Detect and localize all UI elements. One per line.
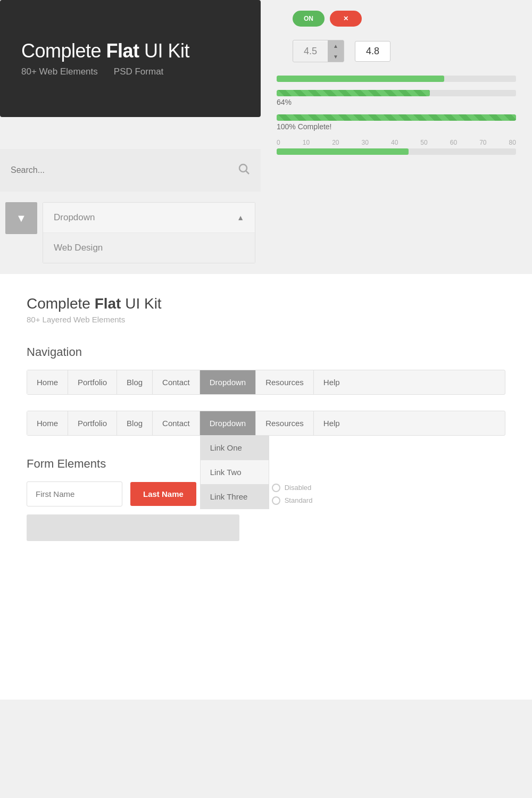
search-bar[interactable] xyxy=(0,149,261,192)
hero-right: ON ✕ 4.5 ▲ ▼ 4.8 64% xyxy=(261,0,532,274)
progress-track-2 xyxy=(277,90,516,96)
nav-bar-2-wrapper: Home Portfolio Blog Contact Dropdown Lin… xyxy=(27,411,505,436)
progress-fill-3 xyxy=(277,114,516,121)
last-name-button[interactable]: Last Name xyxy=(130,482,196,506)
spinner-1-controls: ▲ ▼ xyxy=(328,40,344,62)
nav-bar-1: Home Portfolio Blog Contact Dropdown Res… xyxy=(27,370,505,395)
progress-fill-2 xyxy=(277,90,430,96)
grey-strip xyxy=(0,117,261,149)
scale-labels: 0 10 20 30 40 50 60 70 80 xyxy=(277,139,516,146)
spinner-1-value: 4.5 xyxy=(293,41,328,61)
form-bottom-strip xyxy=(27,514,239,541)
nav-dropdown-wrapper[interactable]: Dropdown Link One Link Two Link Three xyxy=(200,411,256,435)
nav-item-help-2[interactable]: Help xyxy=(314,411,350,435)
svg-point-0 xyxy=(239,164,247,172)
progress-track-3 xyxy=(277,114,516,121)
progress-fill-4 xyxy=(277,148,409,155)
spinner-1-up[interactable]: ▲ xyxy=(328,40,344,51)
nav-item-resources-2[interactable]: Resources xyxy=(256,411,314,435)
progress-bar-4-container: 0 10 20 30 40 50 60 70 80 xyxy=(277,139,516,155)
radio-circle-3[interactable] xyxy=(272,484,280,492)
first-name-input[interactable] xyxy=(27,481,122,506)
nav-item-contact-2[interactable]: Contact xyxy=(153,411,200,435)
search-input[interactable] xyxy=(11,165,250,175)
dropdown-header[interactable]: Dropdown ▲ xyxy=(43,203,255,232)
progress-label-3: 100% Complete! xyxy=(277,122,516,131)
nav-item-help-1[interactable]: Help xyxy=(314,370,350,394)
progress-fill-1 xyxy=(277,76,444,82)
kit-title: Complete Flat UI Kit xyxy=(27,295,505,312)
toggle-off-button[interactable]: ✕ xyxy=(330,11,362,27)
hero-row: Complete Flat UI Kit 80+ Web Elements PS… xyxy=(0,0,532,274)
progress-bar-3: 100% Complete! xyxy=(277,114,516,131)
progress-track-4 xyxy=(277,148,516,155)
toggle-on-button[interactable]: ON xyxy=(293,11,325,27)
hero-subtitle: 80+ Web Elements PSD Format xyxy=(21,66,239,77)
progress-label-2: 64% xyxy=(277,98,516,106)
nav-item-portfolio-2[interactable]: Portfolio xyxy=(68,411,117,435)
form-row-2 xyxy=(27,514,505,541)
dropdown-item[interactable]: Web Design xyxy=(43,232,255,263)
progress-bar-1 xyxy=(277,76,516,82)
nav-item-blog-2[interactable]: Blog xyxy=(117,411,153,435)
radio-group-2: Disabled Standard xyxy=(272,484,313,505)
progress-bar-2: 64% xyxy=(277,90,516,106)
hero-left: Complete Flat UI Kit 80+ Web Elements PS… xyxy=(0,0,261,274)
svg-line-1 xyxy=(246,171,250,174)
spinner-1[interactable]: 4.5 ▲ ▼ xyxy=(293,40,344,62)
nav-bar-2: Home Portfolio Blog Contact Dropdown Lin… xyxy=(27,411,505,436)
main-content: Complete Flat UI Kit 80+ Layered Web Ele… xyxy=(0,274,532,700)
spinner-2-value: 4.8 xyxy=(355,41,390,62)
nav-item-home-2[interactable]: Home xyxy=(27,411,68,435)
dropdown-select[interactable]: Dropdown ▲ Web Design xyxy=(43,202,255,263)
radio-circle-4[interactable] xyxy=(272,496,280,505)
search-icon xyxy=(237,162,250,178)
nav-item-portfolio-1[interactable]: Portfolio xyxy=(68,370,117,394)
nav-item-home-1[interactable]: Home xyxy=(27,370,68,394)
dropdown-nav-menu: Link One Link Two Link Three xyxy=(200,435,269,509)
progress-track-1 xyxy=(277,76,516,82)
radio-standard-2[interactable]: Standard xyxy=(272,496,313,505)
dropdown-link-3[interactable]: Link Three xyxy=(201,485,269,509)
dropdown-link-1[interactable]: Link One xyxy=(201,436,269,460)
radio-disabled-2[interactable]: Disabled xyxy=(272,484,313,492)
nav-item-blog-1[interactable]: Blog xyxy=(117,370,153,394)
chevron-up-icon: ▲ xyxy=(237,213,244,222)
kit-header: Complete Flat UI Kit 80+ Layered Web Ele… xyxy=(27,295,505,324)
dropdown-arrow-button[interactable]: ▼ xyxy=(5,202,37,234)
nav-item-dropdown-2[interactable]: Dropdown xyxy=(200,411,256,435)
dropdown-link-2[interactable]: Link Two xyxy=(201,460,269,485)
nav-item-resources-1[interactable]: Resources xyxy=(256,370,314,394)
chevron-down-icon: ▼ xyxy=(16,212,27,225)
nav-section-title: Navigation xyxy=(27,345,505,359)
hero-title: Complete Flat UI Kit xyxy=(21,40,239,62)
spinner-row: 4.5 ▲ ▼ 4.8 xyxy=(277,35,516,68)
nav-item-contact-1[interactable]: Contact xyxy=(153,370,200,394)
navigation-section: Navigation Home Portfolio Blog Contact D… xyxy=(27,345,505,436)
spinner-1-down[interactable]: ▼ xyxy=(328,51,344,62)
kit-subtitle: 80+ Layered Web Elements xyxy=(27,315,505,324)
dark-banner: Complete Flat UI Kit 80+ Web Elements PS… xyxy=(0,0,261,117)
nav-item-dropdown-1[interactable]: Dropdown xyxy=(200,370,256,394)
toggle-row: ON ✕ xyxy=(277,11,516,27)
dropdown-section: ▼ Dropdown ▲ Web Design xyxy=(0,192,261,274)
